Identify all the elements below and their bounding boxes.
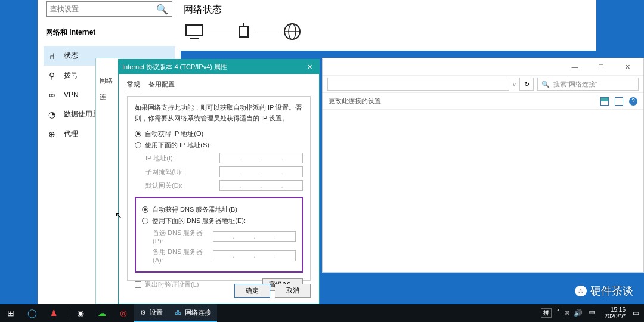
tray-up-icon[interactable]: ˄ — [556, 309, 560, 317]
tray-network-icon[interactable]: ⎚ — [565, 309, 569, 317]
ip-address-input[interactable]: ... — [219, 153, 303, 163]
taskbar-app-label: 网络连接 — [185, 308, 211, 317]
sidebar-item-label: 状态 — [64, 51, 78, 61]
dns-preferred-input[interactable]: ... — [213, 231, 296, 242]
explorer-search-placeholder: 搜索"网络连接" — [553, 80, 597, 89]
watermark: ∴ 硬件茶谈 — [575, 284, 633, 298]
pc-icon — [184, 23, 206, 41]
view-toggle-2[interactable] — [615, 97, 623, 106]
ime-lang-indicator[interactable]: 中 — [587, 309, 597, 317]
field-ip-address: IP 地址(I): ... — [145, 153, 303, 163]
taskbar-right: 拼 ˄ ⎚ 🔊 中 15:16 2020/*/* ▭ — [541, 306, 644, 320]
radio-dns-auto[interactable]: 自动获得 DNS 服务器地址(B) — [142, 205, 296, 214]
radio-ip-auto[interactable]: 自动获得 IP 地址(O) — [135, 129, 303, 138]
taskbar-wechat-icon[interactable]: ☁ — [91, 304, 113, 322]
adapter-window-edge: 网络 连 — [95, 58, 120, 304]
sidebar-item-label: 拨号 — [64, 70, 78, 80]
explorer-window: — ☐ ✕ v ↻ 🔍 搜索"网络连接" 更改此连接的设置 ? — [322, 58, 644, 273]
field-dns-preferred: 首选 DNS 服务器(P): ... — [153, 228, 296, 244]
network-icon: 🖧 — [175, 309, 181, 316]
toolbar-change-settings[interactable]: 更改此连接的设置 — [329, 97, 381, 106]
proxy-icon: ⊕ — [47, 129, 57, 139]
settings-category: 网络和 Internet — [44, 25, 175, 46]
explorer-toolbar: 更改此连接的设置 ? — [323, 93, 643, 110]
taskbar-app-icon[interactable]: ♟ — [43, 304, 64, 322]
watermark-text: 硬件茶谈 — [590, 284, 633, 298]
vpn-icon: ∞ — [47, 90, 57, 100]
taskbar-left: ⊞ ◯ ♟ ◉ ☁ ◎ ⚙ 设置 🖧 网络连接 — [0, 304, 217, 322]
settings-main: 网络状态 — [179, 0, 596, 51]
close-button[interactable]: ✕ — [617, 60, 637, 73]
gear-icon: ⚙ — [140, 309, 146, 317]
adapter-window-strip — [96, 58, 120, 73]
notification-icon[interactable]: ▭ — [633, 309, 639, 317]
sidebar-item-label: 代理 — [64, 129, 78, 139]
address-dropdown-icon[interactable]: v — [513, 81, 516, 88]
data-icon: ◔ — [47, 110, 57, 119]
radio-label: 使用下面的 IP 地址(S): — [145, 141, 211, 150]
start-button[interactable]: ⊞ — [0, 304, 21, 322]
settings-search-input[interactable] — [50, 5, 156, 13]
radio-icon — [142, 206, 148, 213]
clock-date: 2020/*/* — [604, 313, 626, 320]
taskbar-clock[interactable]: 15:16 2020/*/* — [602, 306, 628, 320]
minimize-button[interactable]: — — [565, 60, 585, 73]
explorer-address-bar: v ↻ 🔍 搜索"网络连接" — [323, 75, 643, 93]
field-subnet: 子网掩码(U): ... — [145, 166, 303, 177]
wechat-icon: ∴ — [575, 286, 587, 296]
taskbar-app-label: 设置 — [150, 308, 163, 317]
radio-label: 使用下面的 DNS 服务器地址(E): — [152, 216, 246, 225]
field-label: IP 地址(I): — [145, 154, 175, 163]
page-title: 网络状态 — [184, 4, 592, 16]
dns-highlight-box: 自动获得 DNS 服务器地址(B) 使用下面的 DNS 服务器地址(E): 首选… — [135, 197, 303, 273]
ok-button[interactable]: 确定 — [234, 284, 270, 298]
under-label-2: 连 — [96, 89, 120, 105]
radio-dns-manual[interactable]: 使用下面的 DNS 服务器地址(E): — [142, 216, 296, 225]
dialog-footer: 确定 取消 — [234, 284, 311, 298]
dialog-title: Internet 协议版本 4 (TCP/IPv4) 属性 — [122, 63, 227, 72]
radio-label: 自动获得 DNS 服务器地址(B) — [152, 205, 237, 214]
field-dns-alternate: 备用 DNS 服务器(A): ... — [153, 247, 296, 264]
radio-icon — [142, 218, 148, 224]
search-icon: 🔍 — [541, 80, 550, 88]
dialog-titlebar[interactable]: Internet 协议版本 4 (TCP/IPv4) 属性 ✕ — [119, 60, 319, 74]
field-label: 备用 DNS 服务器(A): — [153, 247, 213, 264]
ime-indicator[interactable]: 拼 — [541, 308, 552, 318]
settings-search[interactable]: 🔍 — [46, 1, 172, 17]
globe-icon — [283, 22, 302, 41]
explorer-search[interactable]: 🔍 搜索"网络连接" — [537, 78, 639, 91]
sidebar-item-label: 数据使用量 — [64, 109, 100, 119]
cancel-button[interactable]: 取消 — [275, 284, 311, 298]
taskbar-netease-icon[interactable]: ◎ — [113, 304, 134, 322]
taskbar: ⊞ ◯ ♟ ◉ ☁ ◎ ⚙ 设置 🖧 网络连接 拼 ˄ ⎚ 🔊 中 15:16 … — [0, 304, 644, 322]
taskbar-settings-app[interactable]: ⚙ 设置 — [134, 304, 169, 322]
radio-ip-manual[interactable]: 使用下面的 IP 地址(S): — [135, 141, 303, 150]
tray-volume-icon[interactable]: 🔊 — [574, 309, 583, 317]
dialog-close-button[interactable]: ✕ — [304, 63, 315, 71]
taskbar-chrome-icon[interactable]: ◉ — [70, 304, 91, 322]
dialog-group-box: 如果网络支持此功能，则可以获取自动指派的 IP 设置。否则，你需要从网络系统管理… — [127, 96, 311, 281]
tab-alternate[interactable]: 备用配置 — [148, 80, 175, 91]
svg-rect-2 — [240, 26, 248, 37]
ipv4-properties-dialog: Internet 协议版本 4 (TCP/IPv4) 属性 ✕ 常规 备用配置 … — [118, 59, 320, 304]
clock-time: 15:16 — [604, 306, 626, 313]
address-field[interactable] — [327, 78, 509, 91]
tab-general[interactable]: 常规 — [127, 80, 140, 91]
radio-icon — [135, 131, 141, 137]
taskbar-network-app[interactable]: 🖧 网络连接 — [169, 304, 217, 322]
refresh-button[interactable]: ↻ — [519, 78, 534, 91]
taskbar-app-icon[interactable]: ◯ — [21, 304, 43, 322]
view-toggle-1[interactable] — [600, 97, 609, 106]
sidebar-item-label: VPN — [64, 91, 79, 99]
radio-label: 自动获得 IP 地址(O) — [145, 129, 203, 138]
dialog-description: 如果网络支持此功能，则可以获取自动指派的 IP 设置。否则，你需要从网络系统管理… — [135, 103, 303, 123]
field-label: 首选 DNS 服务器(P): — [153, 228, 213, 244]
field-label: 子网掩码(U): — [145, 168, 182, 177]
maximize-button[interactable]: ☐ — [591, 60, 611, 73]
field-label: 默认网关(D): — [145, 181, 182, 190]
dns-alternate-input[interactable]: ... — [213, 250, 296, 261]
subnet-input[interactable]: ... — [219, 166, 303, 177]
field-gateway: 默认网关(D): ... — [145, 180, 303, 191]
help-icon[interactable]: ? — [629, 97, 637, 106]
gateway-input[interactable]: ... — [219, 180, 303, 191]
